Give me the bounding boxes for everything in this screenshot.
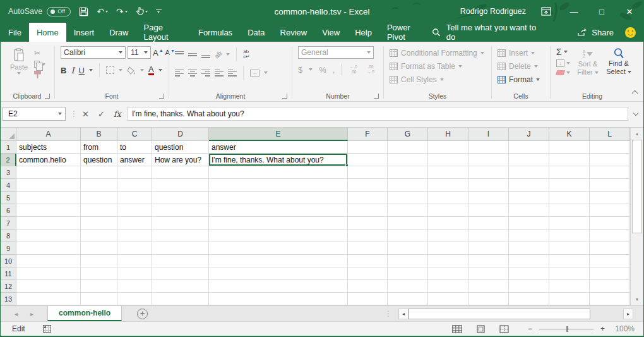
scroll-right-icon[interactable]: ▸ bbox=[623, 309, 633, 319]
cell-J12[interactable] bbox=[509, 280, 549, 293]
close-button[interactable]: ✕ bbox=[616, 0, 643, 23]
tab-data[interactable]: Data bbox=[240, 23, 272, 42]
cell-B13[interactable] bbox=[81, 293, 117, 305]
cell-F13[interactable] bbox=[348, 293, 388, 305]
cell-A3[interactable] bbox=[16, 166, 81, 179]
increase-font-size-button[interactable]: A▲ bbox=[153, 48, 164, 58]
touch-mouse-mode-button[interactable] bbox=[136, 7, 148, 16]
cell-D8[interactable] bbox=[152, 230, 209, 242]
tab-help[interactable]: Help bbox=[347, 23, 379, 42]
cell-H6[interactable] bbox=[428, 204, 468, 217]
cell-E10[interactable] bbox=[209, 255, 348, 267]
zoom-slider-thumb[interactable] bbox=[566, 326, 568, 332]
cell-J10[interactable] bbox=[509, 255, 549, 267]
cell-E12[interactable] bbox=[209, 280, 348, 293]
cell-D12[interactable] bbox=[152, 280, 209, 293]
cell-J5[interactable] bbox=[509, 192, 549, 204]
cell-I6[interactable] bbox=[468, 204, 509, 217]
percent-style-button[interactable]: % bbox=[319, 65, 326, 75]
cell-I11[interactable] bbox=[468, 267, 509, 280]
bottom-align-button[interactable] bbox=[201, 51, 210, 58]
cell-styles-button[interactable]: Cell Styles bbox=[390, 74, 484, 85]
paste-dropdown-icon[interactable] bbox=[17, 72, 21, 75]
cell-E11[interactable] bbox=[209, 267, 348, 280]
scroll-left-icon[interactable]: ◂ bbox=[398, 309, 408, 319]
cell-G9[interactable] bbox=[388, 242, 428, 255]
enter-button[interactable]: ✓ bbox=[98, 109, 105, 119]
cell-H11[interactable] bbox=[428, 267, 468, 280]
cell-D3[interactable] bbox=[152, 166, 209, 179]
zoom-out-button[interactable]: − bbox=[528, 324, 532, 333]
cell-I13[interactable] bbox=[468, 293, 509, 305]
cell-D11[interactable] bbox=[152, 267, 209, 280]
wrap-text-button[interactable]: abc↵ bbox=[243, 49, 250, 60]
number-format-combo[interactable]: General bbox=[298, 46, 374, 59]
cell-L10[interactable] bbox=[590, 255, 630, 267]
cell-F12[interactable] bbox=[348, 280, 388, 293]
decrease-decimal-button[interactable]: .00 →.0 bbox=[365, 64, 376, 75]
bold-button[interactable]: B bbox=[61, 66, 66, 75]
scroll-down-icon[interactable]: ▼ bbox=[631, 293, 643, 305]
zoom-in-button[interactable]: + bbox=[600, 324, 605, 333]
macro-recording-button-icon[interactable] bbox=[43, 325, 51, 333]
touch-mode-dropdown-icon[interactable] bbox=[145, 11, 148, 13]
save-button[interactable] bbox=[79, 7, 88, 16]
cell-F9[interactable] bbox=[348, 242, 388, 255]
cell-F6[interactable] bbox=[348, 204, 388, 217]
row-header-9[interactable]: 9 bbox=[1, 242, 16, 255]
user-name[interactable]: Rodrigo Rodriguez bbox=[460, 7, 526, 16]
horizontal-scrollbar[interactable]: ◂ ▸ bbox=[398, 309, 633, 319]
number-format-dropdown-icon[interactable] bbox=[367, 51, 371, 54]
autosave-toggle[interactable]: AutoSave Off bbox=[8, 7, 71, 16]
horizontal-scroll-thumb[interactable] bbox=[408, 309, 590, 319]
col-header-K[interactable]: K bbox=[549, 128, 590, 141]
font-dialog-launcher[interactable] bbox=[159, 94, 164, 99]
cell-F7[interactable] bbox=[348, 217, 388, 230]
cell-E9[interactable] bbox=[209, 242, 348, 255]
cell-H9[interactable] bbox=[428, 242, 468, 255]
cell-L5[interactable] bbox=[590, 192, 630, 204]
cell-A6[interactable] bbox=[16, 204, 81, 217]
merge-dropdown-icon[interactable] bbox=[264, 71, 268, 74]
cell-E7[interactable] bbox=[209, 217, 348, 230]
cell-J7[interactable] bbox=[509, 217, 549, 230]
cell-E8[interactable] bbox=[209, 230, 348, 242]
col-header-F[interactable]: F bbox=[348, 128, 388, 141]
cell-D5[interactable] bbox=[152, 192, 209, 204]
col-header-E[interactable]: E bbox=[209, 128, 348, 141]
insert-function-button[interactable]: fx bbox=[114, 109, 121, 119]
font-name-dropdown-icon[interactable] bbox=[119, 51, 122, 54]
cell-F11[interactable] bbox=[348, 267, 388, 280]
cell-G6[interactable] bbox=[388, 204, 428, 217]
accounting-format-button[interactable]: $ bbox=[298, 65, 302, 75]
sort-filter-button[interactable]: AZ Sort & Filter bbox=[575, 47, 601, 90]
undo-dropdown-icon[interactable] bbox=[105, 11, 108, 13]
orientation-button[interactable]: ab bbox=[213, 49, 224, 59]
cell-I5[interactable] bbox=[468, 192, 509, 204]
cell-C12[interactable] bbox=[117, 280, 152, 293]
redo-dropdown-icon[interactable] bbox=[125, 11, 128, 13]
redo-button[interactable]: ↷ bbox=[116, 6, 128, 16]
cell-D9[interactable] bbox=[152, 242, 209, 255]
cell-C2[interactable]: answer bbox=[117, 154, 152, 166]
cell-F10[interactable] bbox=[348, 255, 388, 267]
fill-color-icon[interactable] bbox=[127, 66, 136, 75]
cell-L9[interactable] bbox=[590, 242, 630, 255]
cell-G11[interactable] bbox=[388, 267, 428, 280]
cell-E5[interactable] bbox=[209, 192, 348, 204]
insert-cells-button[interactable]: Insert bbox=[498, 47, 540, 59]
format-as-table-button[interactable]: Format as Table bbox=[390, 61, 484, 72]
cell-C11[interactable] bbox=[117, 267, 152, 280]
cell-I12[interactable] bbox=[468, 280, 509, 293]
row-header-4[interactable]: 4 bbox=[1, 179, 16, 192]
sheet-tab-common-hello[interactable]: common-hello bbox=[47, 306, 122, 321]
cell-A8[interactable] bbox=[16, 230, 81, 242]
cell-B2[interactable]: question bbox=[81, 154, 117, 166]
col-header-C[interactable]: C bbox=[117, 128, 152, 141]
cell-L11[interactable] bbox=[590, 267, 630, 280]
row-header-7[interactable]: 7 bbox=[1, 217, 16, 230]
format-cells-button[interactable]: Format bbox=[498, 74, 540, 85]
font-color-button[interactable]: A bbox=[148, 65, 154, 75]
cell-A12[interactable] bbox=[16, 280, 81, 293]
cell-L2[interactable] bbox=[590, 154, 630, 166]
